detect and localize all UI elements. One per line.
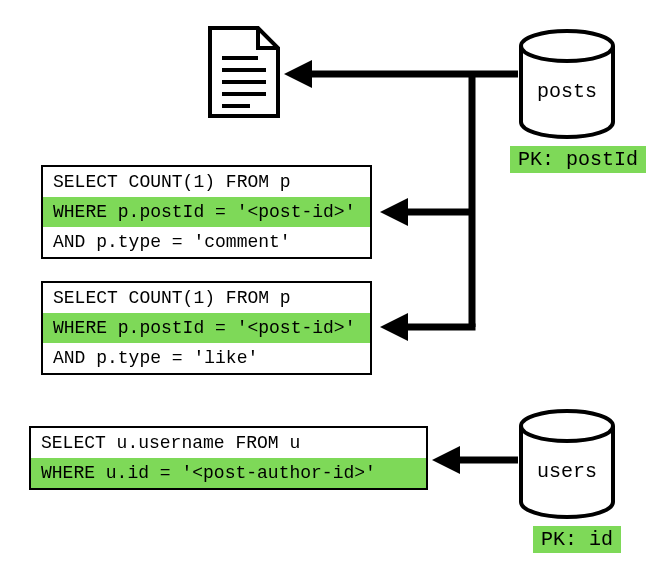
- svg-marker-13: [380, 313, 408, 341]
- query-line-highlight: WHERE u.id = '<post-author-id>': [31, 458, 426, 488]
- query-line: SELECT u.username FROM u: [31, 428, 426, 458]
- query-line-highlight: WHERE p.postId = '<post-id>': [43, 197, 370, 227]
- arrows: [284, 60, 518, 474]
- svg-point-1: [521, 411, 613, 441]
- query-box-username: SELECT u.username FROM u WHERE u.id = '<…: [29, 426, 428, 490]
- document-icon: [210, 28, 278, 116]
- query-line: AND p.type = 'like': [43, 343, 370, 373]
- diagram-canvas: posts PK: postId users PK: id SELECT COU…: [0, 0, 659, 573]
- users-db-label: users: [521, 460, 613, 483]
- users-pk-badge: PK: id: [533, 526, 621, 553]
- query-line: AND p.type = 'comment': [43, 227, 370, 257]
- svg-marker-8: [284, 60, 312, 88]
- query-line: SELECT COUNT(1) FROM p: [43, 283, 370, 313]
- svg-marker-11: [380, 198, 408, 226]
- query-line: SELECT COUNT(1) FROM p: [43, 167, 370, 197]
- query-box-likes: SELECT COUNT(1) FROM p WHERE p.postId = …: [41, 281, 372, 375]
- svg-marker-15: [432, 446, 460, 474]
- posts-pk-badge: PK: postId: [510, 146, 646, 173]
- query-line-highlight: WHERE p.postId = '<post-id>': [43, 313, 370, 343]
- query-box-comments: SELECT COUNT(1) FROM p WHERE p.postId = …: [41, 165, 372, 259]
- svg-point-0: [521, 31, 613, 61]
- posts-db-label: posts: [521, 80, 613, 103]
